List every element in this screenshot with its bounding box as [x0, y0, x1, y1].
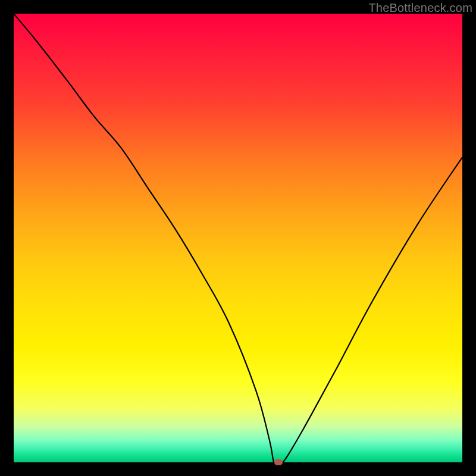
bottleneck-curve [14, 14, 462, 462]
watermark-text: TheBottleneck.com [368, 1, 472, 15]
chart-container: TheBottleneck.com [0, 0, 476, 476]
plot-area [14, 14, 462, 462]
optimal-point-marker [274, 459, 283, 465]
curve-layer [14, 14, 462, 462]
